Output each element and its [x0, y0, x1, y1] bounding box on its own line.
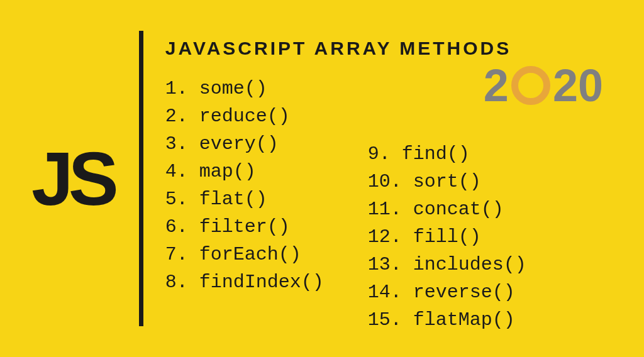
method-item: 5. flat(): [165, 189, 324, 210]
method-item: 4. map(): [165, 161, 324, 182]
method-item: 11. concat(): [368, 199, 526, 220]
year-digit-2: 2: [553, 63, 578, 108]
method-item: 15. flatMap(): [368, 309, 526, 331]
methods-column-right: 9. find() 10. sort() 11. concat() 12. fi…: [368, 78, 526, 331]
methods-column-left: 1. some() 2. reduce() 3. every() 4. map(…: [165, 78, 324, 331]
year-digit-3: 0: [578, 63, 603, 108]
year-circle-icon: [511, 66, 550, 105]
method-item: 1. some(): [165, 78, 324, 99]
method-item: 14. reverse(): [368, 282, 526, 303]
left-section: JS: [31, 25, 165, 332]
method-item: 10. sort(): [368, 171, 526, 192]
year-badge: 2 2 0: [484, 63, 603, 108]
methods-columns: 1. some() 2. reduce() 3. every() 4. map(…: [165, 78, 613, 331]
method-item: 9. find(): [368, 143, 526, 165]
method-item: 3. every(): [165, 133, 324, 155]
method-item: 12. fill(): [368, 226, 526, 248]
js-logo: JS: [31, 135, 114, 222]
method-item: 8. findIndex(): [165, 272, 324, 293]
method-item: 2. reduce(): [165, 106, 324, 127]
method-item: 7. forEach(): [165, 244, 324, 265]
method-item: 13. includes(): [368, 254, 526, 275]
vertical-divider: [139, 31, 143, 326]
page-title: JAVASCRIPT ARRAY METHODS: [165, 38, 613, 59]
content-area: JAVASCRIPT ARRAY METHODS 2 2 0 1. some()…: [165, 25, 613, 332]
method-item: 6. filter(): [165, 216, 324, 238]
year-digit-1: 2: [484, 63, 509, 108]
